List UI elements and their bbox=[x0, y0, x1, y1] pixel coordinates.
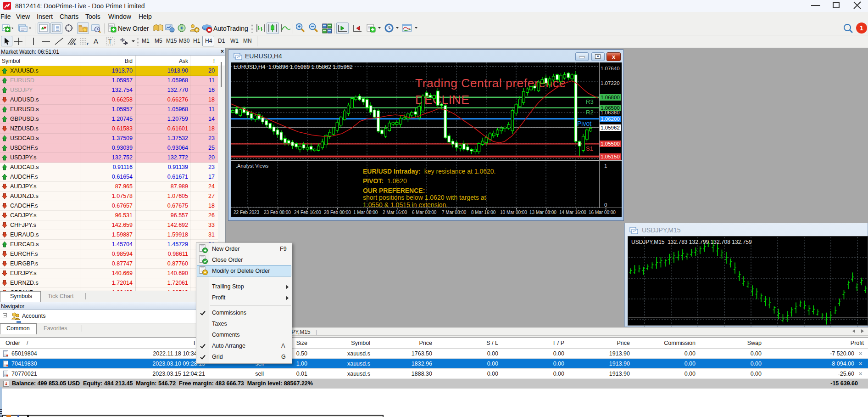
svg-text:T: T bbox=[108, 39, 112, 45]
svg-text:F: F bbox=[87, 42, 89, 45]
svg-text:E: E bbox=[74, 42, 77, 45]
